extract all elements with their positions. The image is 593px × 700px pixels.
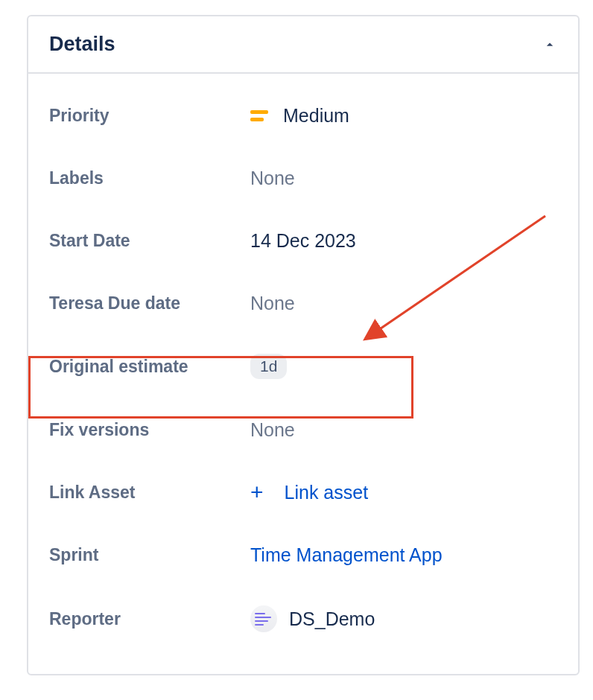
- link-asset-text: Link asset: [285, 482, 369, 503]
- field-label: Sprint: [49, 545, 250, 565]
- field-row-reporter[interactable]: Reporter DS_Demo: [28, 586, 578, 652]
- field-label: Reporter: [49, 609, 250, 629]
- field-row-start-date[interactable]: Start Date 14 Dec 2023: [28, 209, 578, 272]
- field-row-link-asset[interactable]: Link Asset + Link asset: [28, 461, 578, 524]
- field-row-original-estimate[interactable]: Original estimate 1d: [28, 334, 578, 398]
- field-row-fix-versions[interactable]: Fix versions None: [28, 398, 578, 461]
- field-row-due-date[interactable]: Teresa Due date None: [28, 272, 578, 334]
- sprint-link[interactable]: Time Management App: [250, 544, 443, 566]
- link-asset-action[interactable]: + Link asset: [250, 481, 368, 503]
- priority-value: Medium: [250, 105, 349, 127]
- fix-versions-value: None: [250, 419, 295, 441]
- field-row-priority[interactable]: Priority Medium: [28, 84, 578, 147]
- field-label: Labels: [49, 168, 250, 188]
- due-date-value: None: [250, 293, 295, 314]
- details-panel-body: Priority Medium Labels None Start Date 1…: [28, 74, 578, 674]
- details-panel: Details Priority Medium Labels None Star…: [27, 15, 580, 675]
- field-label: Original estimate: [49, 357, 250, 377]
- field-label: Link Asset: [49, 483, 250, 503]
- field-row-sprint[interactable]: Sprint Time Management App: [28, 524, 578, 586]
- labels-value: None: [250, 168, 295, 189]
- reporter-value-wrap: DS_Demo: [250, 605, 375, 632]
- priority-medium-icon: [250, 106, 268, 124]
- field-label: Priority: [49, 106, 250, 126]
- start-date-value: 14 Dec 2023: [250, 230, 356, 252]
- original-estimate-value: 1d: [250, 354, 287, 379]
- field-row-labels[interactable]: Labels None: [28, 147, 578, 209]
- plus-icon: +: [250, 481, 264, 503]
- reporter-name: DS_Demo: [289, 608, 375, 630]
- field-label: Fix versions: [49, 420, 250, 440]
- details-panel-header[interactable]: Details: [28, 16, 578, 74]
- priority-text: Medium: [283, 105, 349, 127]
- avatar: [250, 605, 277, 632]
- estimate-badge: 1d: [250, 354, 287, 379]
- field-label: Start Date: [49, 231, 250, 251]
- field-label: Teresa Due date: [49, 293, 250, 314]
- panel-title: Details: [49, 33, 115, 56]
- chevron-up-icon: [542, 37, 557, 52]
